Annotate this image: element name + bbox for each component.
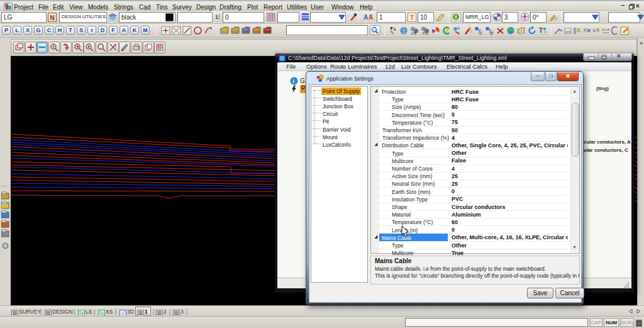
svg-text:½: ½ xyxy=(479,31,482,35)
svg-text:A: A xyxy=(393,27,396,31)
svg-text:T: T xyxy=(539,27,543,34)
svg-text:3: 3 xyxy=(592,28,596,33)
svg-text:*: * xyxy=(218,17,220,21)
svg-text:i: i xyxy=(293,78,295,84)
svg-text:XYZ: XYZ xyxy=(422,31,428,35)
svg-text:A:B: A:B xyxy=(411,31,417,35)
svg-text:A: A xyxy=(364,14,368,21)
svg-text:A: A xyxy=(369,14,373,21)
svg-text:cm: cm xyxy=(565,30,570,33)
svg-text:tm: tm xyxy=(602,28,606,31)
